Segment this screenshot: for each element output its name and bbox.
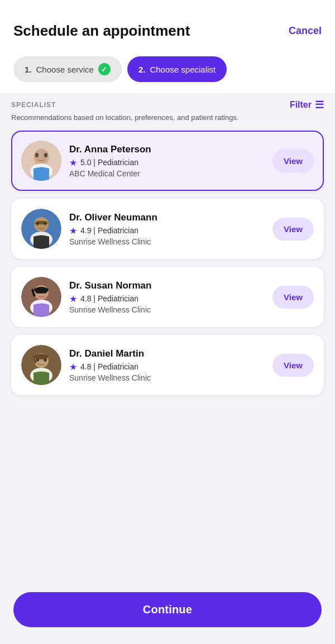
continue-container: Continue <box>0 581 335 644</box>
clinic-oliver: Sunrise Wellness Clinic <box>69 237 265 246</box>
section-header: SPECIALIST Filter ☰ <box>11 99 324 111</box>
rating-susan: 4.8 | Pediatrician <box>80 294 138 303</box>
rating-daniel: 4.8 | Pediatrician <box>80 362 138 371</box>
step-1-label: Choose service <box>36 65 94 74</box>
specialist-name-oliver: Dr. Oliver Neumann <box>69 212 265 223</box>
star-icon-daniel: ★ <box>69 362 77 372</box>
filter-button[interactable]: Filter ☰ <box>290 99 324 111</box>
specialist-info-susan: Dr. Susan Norman ★ 4.8 | Pediatrician Su… <box>69 280 265 314</box>
filter-icon: ☰ <box>315 99 324 111</box>
svg-point-3 <box>35 153 39 157</box>
clinic-daniel: Sunrise Wellness Clinic <box>69 373 265 382</box>
header: Schedule an appointment Cancel <box>0 0 335 51</box>
star-icon-oliver: ★ <box>69 225 77 236</box>
continue-button[interactable]: Continue <box>13 592 322 627</box>
view-button-daniel[interactable]: View <box>272 354 314 377</box>
specialist-info-oliver: Dr. Oliver Neumann ★ 4.9 | Pediatrician … <box>69 212 265 246</box>
section-label: SPECIALIST <box>11 101 56 109</box>
avatar-oliver <box>21 209 61 249</box>
rating-row-oliver: ★ 4.9 | Pediatrician <box>69 225 265 236</box>
step-1-check-icon <box>98 63 111 75</box>
specialist-info-anna: Dr. Anna Peterson ★ 5.0 | Pediatrician A… <box>69 144 265 178</box>
specialist-info-daniel: Dr. Daniel Martin ★ 4.8 | Pediatrician S… <box>69 348 265 382</box>
filter-label: Filter <box>290 100 312 110</box>
specialist-card-susan[interactable]: Dr. Susan Norman ★ 4.8 | Pediatrician Su… <box>11 267 324 327</box>
specialist-name-daniel: Dr. Daniel Martin <box>69 348 265 359</box>
step-2-number: 2. <box>138 65 146 74</box>
rating-row-anna: ★ 5.0 | Pediatrician <box>69 157 265 168</box>
section-description: Recommendations based on location, prefe… <box>11 113 324 122</box>
svg-point-4 <box>44 153 47 157</box>
clinic-susan: Sunrise Wellness Clinic <box>69 305 265 314</box>
star-icon-anna: ★ <box>69 157 77 168</box>
specialist-name-susan: Dr. Susan Norman <box>69 280 265 291</box>
specialist-card-oliver[interactable]: Dr. Oliver Neumann ★ 4.9 | Pediatrician … <box>11 199 324 259</box>
specialist-card-anna[interactable]: Dr. Anna Peterson ★ 5.0 | Pediatrician A… <box>11 131 324 191</box>
step-choose-service[interactable]: 1. Choose service <box>13 56 122 82</box>
step-choose-specialist[interactable]: 2. Choose specialist <box>127 56 227 82</box>
view-button-oliver[interactable]: View <box>272 218 314 241</box>
app-container: Schedule an appointment Cancel 1. Choose… <box>0 0 335 644</box>
rating-anna: 5.0 | Pediatrician <box>80 158 138 167</box>
avatar-susan <box>21 277 61 317</box>
content-area: SPECIALIST Filter ☰ Recommendations base… <box>0 93 335 581</box>
avatar-daniel <box>21 345 61 385</box>
star-icon-susan: ★ <box>69 294 77 304</box>
specialist-card-daniel[interactable]: Dr. Daniel Martin ★ 4.8 | Pediatrician S… <box>11 335 324 395</box>
steps-container: 1. Choose service 2. Choose specialist <box>0 51 335 93</box>
cancel-button[interactable]: Cancel <box>289 25 322 37</box>
view-button-anna[interactable]: View <box>272 150 314 172</box>
rating-row-susan: ★ 4.8 | Pediatrician <box>69 294 265 304</box>
step-1-number: 1. <box>25 65 32 74</box>
view-button-susan[interactable]: View <box>272 286 314 309</box>
specialist-name-anna: Dr. Anna Peterson <box>69 144 265 155</box>
step-2-label: Choose specialist <box>150 65 216 74</box>
rating-oliver: 4.9 | Pediatrician <box>80 226 138 235</box>
rating-row-daniel: ★ 4.8 | Pediatrician <box>69 362 265 372</box>
specialist-list: Dr. Anna Peterson ★ 5.0 | Pediatrician A… <box>11 131 324 395</box>
clinic-anna: ABC Medical Center <box>69 169 265 178</box>
avatar-anna <box>21 141 61 181</box>
page-title: Schedule an appointment <box>13 22 190 40</box>
